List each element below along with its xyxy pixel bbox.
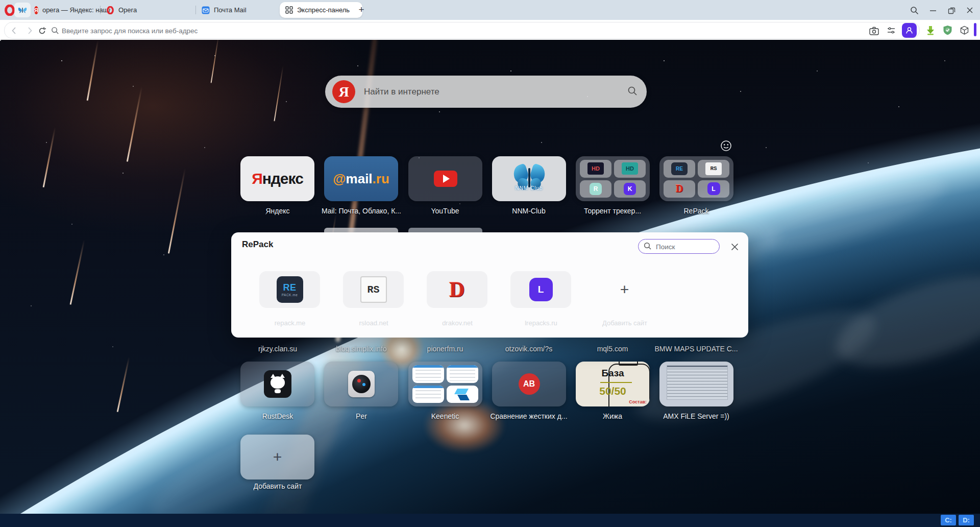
tab-speed-dial[interactable]: Экспресс-панель	[280, 2, 362, 18]
shield-check-icon	[943, 25, 952, 35]
mini-screenshot-icon	[447, 365, 478, 383]
mini-site-icon: L	[698, 180, 729, 198]
mini-site-icon: HD	[614, 160, 646, 178]
tile-label: RustDesk	[232, 412, 324, 420]
tile-rustdesk[interactable]	[240, 362, 314, 406]
add-site-tile[interactable]: +	[240, 435, 314, 480]
tile-label: RePack	[650, 207, 742, 215]
tile-nnm-club[interactable]: NNM Club	[492, 156, 566, 201]
close-icon	[730, 243, 739, 251]
tile-label: Сравнение жестких д...	[483, 412, 575, 420]
snapshot-button[interactable]	[868, 25, 879, 36]
extension-adguard-button[interactable]	[942, 25, 953, 36]
tile-per[interactable]	[324, 362, 398, 406]
tile-label: Keenetic	[399, 412, 491, 420]
search-icon	[644, 242, 652, 252]
drakov-icon: D	[449, 277, 464, 302]
tile-label: NNM-Club	[483, 207, 575, 215]
forward-button[interactable]	[24, 25, 35, 36]
tile-mail[interactable]: @mail.ru	[324, 156, 398, 201]
zhizha-title: База	[576, 368, 650, 379]
back-button[interactable]	[9, 25, 20, 36]
search-icon	[627, 86, 638, 98]
tile-amx-file-server[interactable]	[659, 362, 733, 406]
popup-tile-rsload[interactable]: RS	[343, 271, 404, 308]
yandex-search-input[interactable]	[363, 84, 590, 100]
customize-smiley-button[interactable]	[720, 140, 732, 152]
browser-window: Я opera — Яндекс: нашлос Opera Почта Mai…	[0, 0, 980, 527]
tune-icon	[887, 27, 896, 35]
back-icon	[10, 27, 18, 35]
mini-site-icon: K	[614, 180, 646, 198]
flutter-logo-icon	[447, 386, 478, 403]
tab-mail[interactable]: Почта Mail	[197, 0, 289, 20]
popup-tile-label: Добавить сайт	[584, 319, 666, 327]
tile-label: Per	[315, 412, 407, 420]
reload-icon	[38, 27, 46, 35]
drive-d-badge: D:	[959, 515, 974, 525]
yandex-search-box[interactable]: Я	[325, 76, 647, 108]
close-button[interactable]	[964, 4, 976, 16]
tile-label: Жижа	[567, 412, 658, 420]
tab-label: Экспресс-панель	[297, 6, 350, 14]
sidebar-butterfly-button[interactable]	[14, 3, 31, 17]
folder-popup-repack: RePack RE PACK.me repack.me RS rsload	[231, 232, 748, 338]
address-field[interactable]	[4, 22, 920, 39]
extensions-button[interactable]	[959, 25, 970, 36]
ab-logo-icon: AB	[519, 373, 540, 395]
profile-button[interactable]	[902, 23, 917, 38]
popup-search-field[interactable]	[638, 239, 720, 254]
speed-dial-page: Я Яндекс Яндекс @mail.ru Mail: Почта, Об…	[0, 40, 980, 527]
tab-yandex-search[interactable]: Я opera — Яндекс: нашлос	[29, 0, 110, 20]
popup-tile-drakov[interactable]: D	[427, 271, 487, 308]
popup-tile-lrepacks[interactable]: L	[510, 271, 571, 308]
tile-label: Mail: Почта, Облако, К...	[315, 207, 407, 215]
window-search-button[interactable]	[908, 4, 920, 16]
plus-icon: +	[273, 448, 282, 466]
bottom-bar	[0, 514, 980, 527]
restore-button[interactable]	[945, 4, 958, 16]
restore-icon	[948, 7, 955, 14]
mini-site-icon: R	[580, 180, 611, 198]
tile-label: Торрент трекер...	[567, 207, 658, 215]
folder-tile-torrent[interactable]: HD HD R K	[576, 156, 650, 201]
extension-savefrom-button[interactable]	[925, 25, 936, 36]
opera-menu-button[interactable]	[4, 5, 15, 18]
tile-yandex[interactable]: Яндекс	[240, 156, 314, 201]
tile-comparison[interactable]: AB	[492, 362, 566, 406]
easy-setup-button[interactable]	[886, 25, 897, 36]
zhizha-note: Состав:	[629, 399, 647, 404]
minimize-button[interactable]	[927, 4, 939, 16]
person-icon	[905, 26, 914, 35]
close-icon	[966, 7, 973, 14]
tile-label: AMX FiLE Server =))	[650, 412, 742, 420]
repack-me-icon: RE PACK.me	[277, 276, 303, 303]
mini-site-icon: HD	[580, 160, 611, 178]
minimize-icon	[929, 7, 937, 14]
address-input[interactable]	[61, 23, 777, 38]
speed-dial-grid-icon	[285, 6, 293, 14]
popup-search-input[interactable]	[655, 241, 717, 252]
green-download-arrow-icon	[925, 25, 936, 35]
new-tab-button[interactable]: +	[355, 4, 368, 16]
popup-close-button[interactable]	[728, 241, 741, 253]
cube-icon	[960, 26, 969, 35]
folder-tile-keenetic[interactable]	[408, 362, 482, 406]
youtube-play-icon	[434, 171, 457, 187]
tab-opera[interactable]: Opera	[101, 0, 205, 20]
sidebar-handle[interactable]	[974, 23, 976, 36]
yandex-favicon: Я	[34, 6, 38, 14]
popup-add-site-tile[interactable]: +	[594, 271, 655, 308]
tile-youtube[interactable]	[408, 156, 482, 201]
opera-favicon	[106, 6, 114, 14]
popup-title: RePack	[242, 239, 273, 250]
yandex-logo-icon: Я	[332, 80, 355, 103]
reload-button[interactable]	[36, 25, 47, 36]
address-bar	[0, 20, 980, 40]
tile-zhizha[interactable]: База 50/50 Состав:	[576, 362, 650, 406]
nnm-club-wordmark: NNM Club	[509, 185, 549, 191]
tab-label: Opera	[118, 6, 137, 14]
tile-label: pionerfm.ru	[399, 345, 491, 353]
popup-tile-repack-me[interactable]: RE PACK.me	[259, 271, 320, 308]
folder-tile-repack[interactable]: RE RS D L	[659, 156, 733, 201]
